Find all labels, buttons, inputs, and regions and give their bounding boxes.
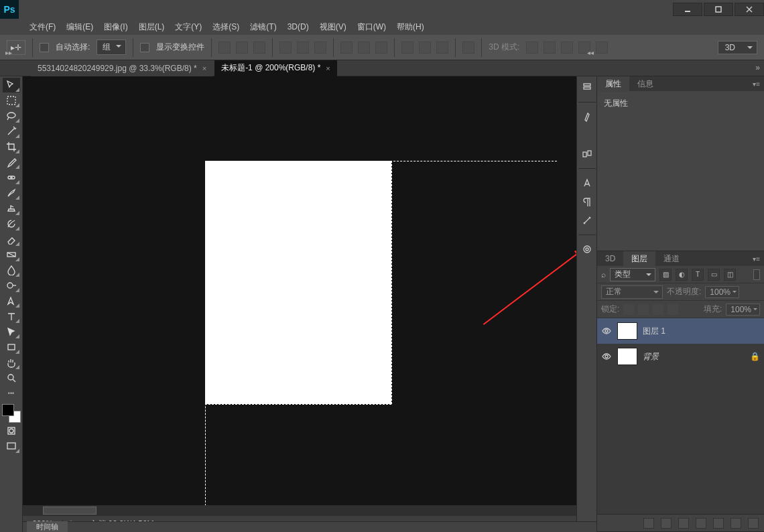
menu-窗口(W)[interactable]: 窗口(W) — [353, 19, 390, 35]
menu-帮助(H)[interactable]: 帮助(H) — [393, 19, 428, 35]
clone-stamp-tool[interactable] — [3, 201, 20, 216]
type-tool[interactable] — [3, 309, 20, 324]
distribute-icon[interactable] — [358, 42, 370, 54]
tab-timeline[interactable]: 时间轴 — [27, 521, 68, 532]
layer-mask-icon[interactable] — [678, 518, 689, 529]
brush-tool[interactable] — [3, 186, 20, 200]
gradient-tool[interactable] — [3, 247, 20, 262]
menu-图层(L)[interactable]: 图层(L) — [135, 19, 169, 35]
distribute-icon[interactable] — [419, 42, 431, 54]
filter-type-icon[interactable]: T — [692, 269, 704, 281]
tools-presets-icon[interactable] — [580, 213, 594, 228]
dodge-tool[interactable] — [3, 278, 20, 293]
filter-adjust-icon[interactable]: ◐ — [676, 269, 688, 281]
tabs-overflow-icon[interactable]: » — [755, 63, 760, 72]
move-tool[interactable] — [3, 78, 20, 92]
menu-3D(D)[interactable]: 3D(D) — [283, 20, 313, 34]
fill-value[interactable]: 100% — [726, 304, 760, 316]
horizontal-scrollbar[interactable] — [23, 505, 576, 516]
zoom-tool[interactable] — [3, 371, 20, 385]
lock-all-icon[interactable] — [667, 304, 678, 315]
adjustment-layer-icon[interactable] — [696, 518, 706, 529]
hand-tool[interactable] — [3, 355, 20, 370]
paragraph-panel-icon[interactable] — [580, 194, 594, 209]
character-panel-icon[interactable] — [580, 176, 594, 190]
new-layer-icon[interactable] — [730, 518, 741, 529]
align-icon[interactable] — [218, 42, 231, 54]
left-panel-expand-icon[interactable]: ▸▸ — [5, 49, 12, 56]
close-tab-icon[interactable]: × — [326, 64, 330, 72]
menu-编辑(E)[interactable]: 编辑(E) — [62, 19, 97, 35]
pen-tool[interactable] — [3, 293, 20, 308]
distribute-icon[interactable] — [340, 42, 353, 54]
history-panel-icon[interactable] — [580, 80, 594, 95]
layer-name[interactable]: 背景 — [643, 351, 659, 362]
document-tab[interactable]: 未标题-1 @ 200%(RGB/8) *× — [214, 60, 337, 76]
brush-panel-icon[interactable] — [580, 109, 594, 124]
align-icon[interactable] — [236, 42, 248, 54]
path-selection-tool[interactable] — [3, 324, 20, 339]
window-close[interactable] — [735, 3, 764, 16]
filter-toggle[interactable] — [753, 269, 760, 280]
history-brush-tool[interactable] — [3, 216, 20, 231]
show-transform-checkbox[interactable] — [140, 43, 149, 52]
window-minimize[interactable] — [673, 3, 702, 16]
window-maximize[interactable] — [704, 3, 733, 16]
lasso-tool[interactable] — [3, 109, 20, 123]
menu-文件(F)[interactable]: 文件(F) — [25, 19, 60, 35]
layer-thumbnail[interactable] — [617, 322, 637, 340]
align-icon[interactable] — [253, 42, 265, 54]
distribute-icon[interactable] — [375, 42, 387, 54]
layer-filter-kind[interactable]: 类型 — [610, 268, 655, 281]
marquee-tool[interactable] — [3, 93, 20, 108]
tab-3d[interactable]: 3D — [597, 252, 623, 265]
tab-info[interactable]: 信息 — [629, 76, 661, 92]
zoom-3d-icon[interactable] — [596, 42, 608, 54]
right-panel-collapse-icon[interactable]: ◂◂ — [587, 49, 594, 56]
auto-select-target[interactable]: 组 — [97, 40, 126, 55]
auto-select-checkbox[interactable] — [40, 43, 49, 52]
quick-mask-tool[interactable] — [3, 423, 20, 438]
eyedropper-tool[interactable] — [3, 155, 20, 170]
distribute-icon[interactable] — [436, 42, 448, 54]
filter-smart-icon[interactable]: ◫ — [724, 269, 736, 281]
filter-pixel-icon[interactable]: ▧ — [659, 269, 672, 281]
visibility-eye-icon[interactable] — [601, 351, 612, 362]
menu-滤镜(T)[interactable]: 滤镜(T) — [246, 19, 280, 35]
roll-3d-icon[interactable] — [544, 42, 556, 54]
rectangle-tool[interactable] — [3, 340, 20, 354]
lock-position-icon[interactable] — [653, 304, 663, 315]
filter-shape-icon[interactable]: ▭ — [708, 269, 720, 281]
crop-tool[interactable] — [3, 139, 20, 154]
eraser-tool[interactable] — [3, 232, 20, 247]
foreground-color[interactable] — [2, 404, 14, 416]
layer-style-icon[interactable] — [661, 518, 672, 529]
align-icon[interactable] — [314, 42, 326, 54]
menu-选择(S)[interactable]: 选择(S) — [208, 19, 243, 35]
align-icon[interactable] — [279, 42, 292, 54]
close-tab-icon[interactable]: × — [202, 64, 206, 72]
delete-layer-icon[interactable] — [748, 518, 759, 529]
menu-视图(V)[interactable]: 视图(V) — [316, 19, 351, 35]
healing-brush-tool[interactable] — [3, 170, 20, 185]
brush-presets-icon[interactable] — [580, 128, 594, 143]
distribute-icon[interactable] — [401, 42, 413, 54]
blur-tool[interactable] — [3, 263, 20, 277]
opacity-value[interactable]: 100% — [705, 286, 739, 298]
clone-source-icon[interactable] — [580, 147, 594, 161]
tab-channels[interactable]: 通道 — [655, 251, 688, 267]
libraries-icon[interactable] — [580, 242, 594, 257]
tab-layers[interactable]: 图层 — [623, 251, 655, 267]
menu-文字(Y)[interactable]: 文字(Y) — [171, 19, 206, 35]
screen-mode-tool[interactable] — [3, 439, 20, 454]
visibility-eye-icon[interactable] — [601, 326, 612, 336]
orbit-3d-icon[interactable] — [526, 42, 538, 54]
tab-properties[interactable]: 属性 — [597, 76, 629, 92]
layer-group-icon[interactable] — [713, 518, 724, 529]
auto-align-icon[interactable] — [462, 42, 474, 54]
foreground-background-swatch[interactable] — [2, 404, 21, 423]
lock-transparency-icon[interactable] — [623, 304, 634, 315]
lock-pixels-icon[interactable] — [638, 304, 649, 315]
edit-toolbar[interactable]: ••• — [3, 386, 20, 401]
layer-row[interactable]: 背景🔒 — [597, 344, 764, 369]
